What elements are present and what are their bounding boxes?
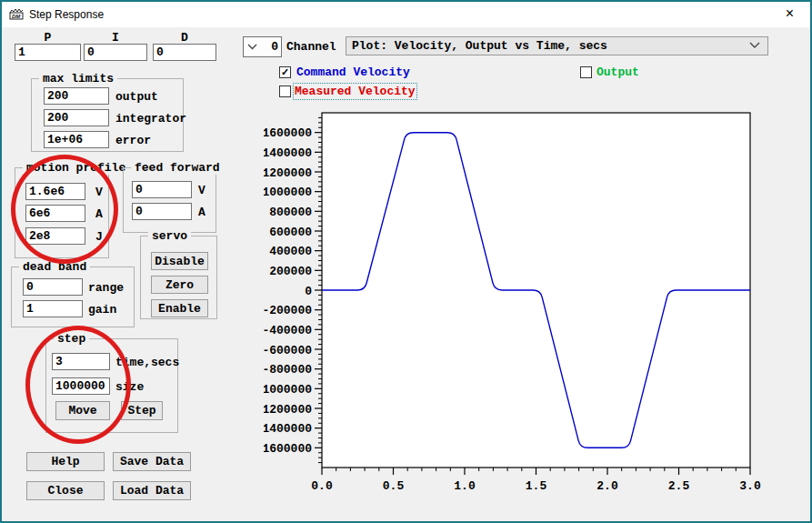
velocity-label: V [95,186,103,199]
svg-text:-1600000: -1600000 [264,442,312,456]
svg-text:0: 0 [305,285,312,298]
svg-text:-200000: -200000 [264,304,312,317]
svg-text:1.5: 1.5 [526,479,547,493]
svg-text:0.5: 0.5 [383,479,405,493]
svg-text:200000: 200000 [269,265,312,278]
output-label: Output [596,65,639,79]
close-dialog-button[interactable]: Close [26,481,105,500]
help-button[interactable]: Help [26,452,105,471]
output-checkbox[interactable] [580,66,592,78]
step-time-field[interactable] [52,353,110,370]
close-icon[interactable]: × [769,2,810,27]
max-output-label: output [115,90,158,104]
ff-accel-label: A [198,206,206,219]
servo-group: servo Disable Zero Enable [140,236,217,319]
step-title: step [54,332,89,346]
i-field[interactable] [84,44,147,61]
measured-velocity-checkbox[interactable] [279,85,291,97]
svg-text:-1200000: -1200000 [264,403,312,417]
svg-text:800000: 800000 [269,206,312,219]
svg-text:2.0: 2.0 [596,479,618,493]
svg-text:-800000: -800000 [264,363,312,377]
range-label: range [88,281,124,295]
max-output-field[interactable] [44,87,109,105]
step-group: step time,secs size Move Step [45,338,178,433]
ff-velocity-label: V [198,184,206,197]
step-size-field[interactable] [52,377,110,395]
svg-text:1200000: 1200000 [264,166,312,180]
dead-band-group: dead band range gain [11,267,135,327]
accel-field[interactable] [25,205,85,222]
title-bar: DM Step Response × [2,2,810,27]
app-icon: DM [8,6,25,23]
load-data-button[interactable]: Load Data [113,481,191,500]
max-integrator-label: integrator [115,112,186,126]
svg-text:2.5: 2.5 [668,479,690,493]
plot-select[interactable]: Plot: Velocity, Output vs Time, secs [346,36,768,55]
accel-label: A [95,207,103,221]
step-response-dialog: DM Step Response × P I D 0 Channel Plot:… [0,0,812,523]
feed-forward-title: feed forward [131,161,224,175]
step-time-label: time,secs [115,356,179,369]
feed-forward-group: feed forward V A [123,167,216,233]
motion-profile-title: motion profile [23,161,129,175]
svg-text:0.0: 0.0 [311,479,333,493]
i-label: I [84,31,147,45]
command-velocity-curve: 1600000140000012000001000000800000600000… [264,102,800,513]
window-title: Step Response [29,2,104,27]
range-field[interactable] [23,278,83,296]
svg-text:1400000: 1400000 [264,146,312,160]
max-limits-group: max limits output integrator error [31,78,184,152]
servo-zero-button[interactable]: Zero [151,276,208,294]
step-size-label: size [115,380,144,394]
gain-field[interactable] [23,300,83,317]
p-field[interactable] [15,44,81,61]
svg-text:DM: DM [12,14,21,19]
max-integrator-field[interactable] [44,109,109,126]
svg-text:-600000: -600000 [264,344,312,357]
p-label: P [15,31,81,45]
chevron-down-icon[interactable] [749,39,767,53]
save-data-button[interactable]: Save Data [113,452,191,471]
svg-text:600000: 600000 [269,226,312,239]
jerk-field[interactable] [25,227,85,245]
chevron-down-icon[interactable] [247,40,257,54]
motion-profile-group: motion profile V A J [15,167,109,258]
channel-spinner[interactable]: 0 [243,36,282,57]
channel-value: 0 [257,40,281,54]
max-error-label: error [115,134,151,147]
gain-label: gain [88,303,116,317]
svg-text:1600000: 1600000 [264,126,312,140]
response-plot: 1600000140000012000001000000800000600000… [264,102,800,513]
velocity-field[interactable] [25,183,85,200]
max-limits-title: max limits [39,72,117,85]
servo-disable-button[interactable]: Disable [151,252,208,270]
d-label: D [153,31,216,45]
svg-text:400000: 400000 [269,245,312,258]
d-field[interactable] [153,44,216,61]
servo-title: servo [148,229,191,243]
command-velocity-checkbox[interactable]: ✓ [279,66,291,78]
measured-velocity-label: Measured Velocity [295,85,416,98]
svg-text:-400000: -400000 [264,324,312,337]
svg-text:1000000: 1000000 [264,186,312,199]
ff-velocity-field[interactable] [132,181,192,198]
move-button[interactable]: Move [55,401,110,420]
dead-band-title: dead band [19,260,90,274]
channel-label: Channel [286,40,336,54]
svg-text:1.0: 1.0 [454,479,476,493]
step-button[interactable]: Step [121,401,163,420]
svg-text:-1400000: -1400000 [264,422,312,436]
svg-text:3.0: 3.0 [739,479,761,493]
jerk-label: J [95,230,103,244]
svg-text:-1000000: -1000000 [264,383,312,397]
servo-enable-button[interactable]: Enable [151,299,208,317]
ff-accel-field[interactable] [132,203,192,220]
max-error-field[interactable] [44,131,109,148]
command-velocity-label: Command Velocity [296,65,410,79]
plot-select-value: Plot: Velocity, Output vs Time, secs [346,39,749,53]
